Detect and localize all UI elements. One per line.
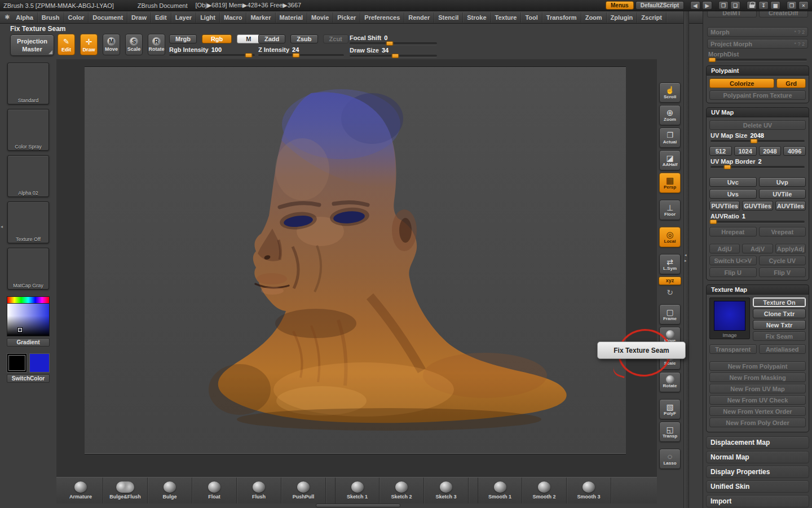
new-from-button[interactable]: New From UV Check <box>709 395 806 405</box>
slider-handle[interactable] <box>386 41 394 46</box>
uv-size-button[interactable]: 1024 <box>734 146 757 156</box>
uv-map-border-slider[interactable]: UV Map Border 2 <box>710 158 805 168</box>
shelf-thumbnail[interactable]: Standard <box>7 63 49 104</box>
view-control-button[interactable]: Transp <box>659 422 681 442</box>
texture-image-thumbnail[interactable]: Image <box>709 297 750 339</box>
slider-handle[interactable] <box>710 220 717 224</box>
z-intensity-slider[interactable]: Z Intensity 24 <box>258 46 344 56</box>
slider-track[interactable] <box>710 140 805 142</box>
hue-bar[interactable] <box>7 296 50 304</box>
menu-item[interactable]: Movie <box>307 12 333 23</box>
new-texture-button[interactable]: New Txtr <box>753 320 806 330</box>
fix-seam-button[interactable]: Fix Seam <box>753 331 806 341</box>
left-divider-handle[interactable]: ◂ <box>1 224 3 229</box>
slider-track[interactable] <box>350 42 437 45</box>
menu-item[interactable]: Texture <box>491 12 522 23</box>
transform-mode-button[interactable]: Move <box>103 34 120 55</box>
transform-mode-button[interactable]: Edit <box>58 34 75 55</box>
brush-button[interactable]: Armature <box>59 478 103 503</box>
uv-adjust-button[interactable]: AdjU <box>709 244 740 253</box>
close-button[interactable]: × <box>798 1 809 10</box>
brush-button[interactable]: PushPull <box>281 478 326 503</box>
slider-handle[interactable] <box>750 139 757 143</box>
menu-item[interactable]: Picker <box>333 12 360 23</box>
switch-color-label[interactable]: SwitchColor <box>7 374 50 383</box>
shelf-thumbnail[interactable]: Texture Off <box>7 202 49 243</box>
texture-option-button[interactable]: Antialiased <box>759 344 806 354</box>
polypaint-from-texture-button[interactable]: Polypaint From Texture <box>709 90 806 100</box>
layout-button[interactable]: ▦ <box>770 1 780 10</box>
uv-mode-button[interactable]: Uvp <box>759 177 806 187</box>
store-snapshot-button[interactable]: ↧ <box>758 1 769 10</box>
uv-repeat-button[interactable]: Vrepeat <box>759 227 806 237</box>
view-control-button[interactable]: Actual <box>659 128 681 148</box>
secondary-color-swatch[interactable] <box>29 353 50 373</box>
uv-adjust-button[interactable]: AdjV <box>742 244 773 253</box>
polypaint-header[interactable]: Polypaint <box>706 65 809 75</box>
clone-texture-button[interactable]: Clone Txtr <box>753 309 806 318</box>
paste-document-button[interactable]: ❏ <box>730 1 740 10</box>
texture-map-header[interactable]: Texture Map <box>706 284 809 294</box>
new-from-button[interactable]: New From Polypaint <box>709 361 806 371</box>
new-from-button[interactable]: New From UV Map <box>709 384 806 393</box>
uv-flip-button[interactable]: Flip V <box>759 268 806 277</box>
texture-option-button[interactable]: Transparent <box>709 344 757 354</box>
morphdist-slider[interactable]: MorphDist <box>708 51 807 61</box>
menu-item[interactable]: Stroke <box>463 12 491 23</box>
slider-handle[interactable] <box>292 53 299 58</box>
sculpt-mode-button[interactable]: Zadd <box>258 34 285 43</box>
menu-item[interactable]: Marker <box>246 12 275 23</box>
new-from-button[interactable]: New From Vertex Order <box>709 406 806 416</box>
uv-flip-button[interactable]: Flip U <box>709 268 757 277</box>
focal-shift-slider[interactable]: Focal Shift 0 <box>350 34 437 45</box>
view-control-button[interactable]: Floor <box>659 200 681 220</box>
uv-map-size-slider[interactable]: UV Map Size 2048 <box>710 132 805 142</box>
view-control-button[interactable] <box>659 287 681 297</box>
menu-item[interactable]: Preferences <box>360 12 404 23</box>
uv-switch-button[interactable]: Switch U<>V <box>709 256 757 265</box>
morph-button[interactable]: Morph * ? 2 <box>707 27 808 37</box>
viewport[interactable] <box>56 59 657 477</box>
view-control-button[interactable]: Lasso <box>659 449 681 469</box>
uv-switch-button[interactable]: Cycle UV <box>759 256 806 265</box>
lock-icon[interactable] <box>747 1 757 10</box>
brush-button[interactable]: Smooth 1 <box>478 478 522 503</box>
slider-track[interactable] <box>708 59 807 61</box>
transform-mode-button[interactable]: Scale <box>125 34 143 55</box>
paint-mode-button[interactable]: Mrgb <box>169 34 197 43</box>
default-zscript-button[interactable]: DefaultZScript <box>636 1 684 10</box>
saturation-value-box[interactable] <box>7 304 50 336</box>
view-control-button[interactable]: L.Sym <box>659 254 681 274</box>
view-control-button[interactable]: Frame <box>659 304 681 325</box>
slider-track[interactable] <box>169 54 255 56</box>
slider-track[interactable] <box>710 166 805 168</box>
menu-item[interactable]: Zplugin <box>607 12 638 23</box>
menu-item[interactable]: Document <box>89 12 127 23</box>
uv-repeat-button[interactable]: Hrepeat <box>709 227 757 237</box>
brush-button[interactable]: Float <box>192 478 237 503</box>
uv-mode-button[interactable]: UVTile <box>759 189 806 199</box>
uv-map-header[interactable]: UV Map <box>706 107 809 117</box>
draw-size-slider[interactable]: Draw Size 34 <box>350 47 437 57</box>
texture-on-button[interactable]: Texture On <box>753 297 806 307</box>
transform-mode-button[interactable]: Draw <box>80 34 98 55</box>
menu-item[interactable]: Edit <box>151 12 171 23</box>
color-picker[interactable] <box>7 296 50 336</box>
panel-section-header[interactable]: Displacement Map <box>706 436 809 449</box>
main-color-swatch[interactable] <box>7 353 27 373</box>
menu-item[interactable]: Material <box>276 12 308 23</box>
sculpted-head-model[interactable] <box>56 59 657 477</box>
shelf-thumbnail[interactable]: MatCap Gray <box>7 248 49 290</box>
brush-button[interactable]: Sketch 1 <box>335 478 379 503</box>
menu-item[interactable]: Layer <box>171 12 196 23</box>
menu-item[interactable]: Tool <box>521 12 542 23</box>
menu-item[interactable]: Transform <box>542 12 581 23</box>
menu-item[interactable]: Brush <box>38 12 64 23</box>
shelf-thumbnail[interactable]: Alpha 02 <box>7 155 49 197</box>
projection-master-button[interactable]: Projection Master <box>10 34 54 56</box>
slider-handle[interactable] <box>709 58 716 62</box>
brush-button[interactable]: Bulge&Flush <box>103 478 148 503</box>
uv-size-button[interactable]: 2048 <box>759 146 782 156</box>
brush-button[interactable]: Sketch 3 <box>424 478 469 503</box>
panel-section-header[interactable]: Import <box>706 495 809 507</box>
